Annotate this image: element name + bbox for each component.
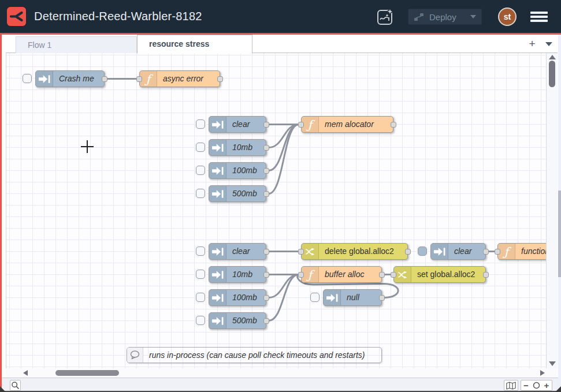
output-port[interactable]: [217, 76, 223, 82]
scroll-left-icon[interactable]: [23, 370, 28, 376]
node-clear-2[interactable]: clear: [209, 243, 266, 260]
output-port[interactable]: [263, 272, 269, 278]
node-null-inject[interactable]: null: [323, 289, 382, 306]
change-shuffle-icon: [302, 244, 319, 259]
output-port[interactable]: [263, 249, 269, 255]
output-port[interactable]: [263, 191, 269, 197]
add-flow-icon[interactable]: +: [525, 36, 540, 52]
node-100mb-1[interactable]: 100mb: [209, 162, 266, 179]
inject-button[interactable]: [196, 293, 205, 302]
zoom-reset-icon[interactable]: [531, 380, 542, 391]
inject-arrow-icon: [209, 163, 226, 178]
node-buffer-alloc[interactable]: ƒbuffer alloc: [301, 266, 382, 283]
inject-arrow-icon: [209, 290, 226, 305]
output-port[interactable]: [102, 76, 107, 82]
output-port[interactable]: [263, 295, 269, 301]
inject-arrow-icon: [209, 244, 226, 259]
inject-button[interactable]: [310, 293, 319, 302]
deploy-caret-icon[interactable]: [470, 15, 476, 18]
inject-button[interactable]: [196, 316, 205, 325]
output-port[interactable]: [263, 145, 269, 151]
flow-tab-bar: Flow 1 resource stress +: [6, 35, 558, 53]
output-port[interactable]: [263, 168, 269, 174]
function-f-icon: ƒ: [498, 244, 515, 259]
avatar[interactable]: st: [498, 8, 517, 26]
canvas-vertical-scrollbar[interactable]: [546, 53, 558, 368]
flow-canvas[interactable]: Crash meƒasync errorclear10mb100mb500mbƒ…: [6, 53, 546, 368]
node-function-1[interactable]: ƒfunction: [497, 243, 546, 260]
scroll-up-icon[interactable]: [549, 55, 556, 59]
wire-100mb-2-to-buffer-alloc[interactable]: [269, 275, 299, 298]
node-500mb-1[interactable]: 500mb: [209, 185, 266, 202]
inject-button[interactable]: [196, 270, 205, 279]
output-port[interactable]: [483, 249, 489, 255]
inject-arrow-icon: [209, 117, 226, 132]
node-label: clear: [454, 244, 471, 259]
inject-button[interactable]: [196, 189, 205, 198]
node-label: 10mb: [232, 140, 252, 155]
output-port[interactable]: [391, 122, 396, 128]
node-500mb-2[interactable]: 500mb: [209, 312, 266, 329]
input-port[interactable]: [136, 76, 142, 82]
node-label: null: [347, 290, 359, 305]
node-delete-global-alloc2[interactable]: delete global.alloc2: [301, 243, 408, 260]
search-icon[interactable]: [10, 380, 21, 391]
output-port[interactable]: [483, 272, 489, 278]
scroll-right-icon[interactable]: [540, 370, 545, 376]
deploy-button[interactable]: Deploy: [408, 9, 482, 25]
zoom-out-icon[interactable]: −: [521, 380, 532, 391]
input-port[interactable]: [298, 249, 304, 255]
node-async-error[interactable]: ƒasync error: [139, 70, 220, 87]
node-label: 500mb: [232, 186, 257, 201]
node-label: clear: [232, 244, 250, 259]
output-port[interactable]: [405, 249, 411, 255]
header-bar: Determined-Reed-Warbler-8182 Deploy st: [0, 0, 561, 33]
inject-arrow-icon: [209, 140, 226, 155]
output-port[interactable]: [263, 122, 269, 128]
inject-arrow-icon: [36, 71, 53, 87]
inject-button[interactable]: [23, 74, 32, 83]
inject-button[interactable]: [196, 143, 205, 152]
output-port[interactable]: [379, 295, 385, 301]
hamburger-menu-icon[interactable]: [530, 12, 548, 22]
node-10mb-1[interactable]: 10mb: [209, 139, 266, 156]
node-100mb-2[interactable]: 100mb: [209, 289, 266, 306]
vertical-scroll-thumb[interactable]: [549, 61, 555, 87]
input-port[interactable]: [391, 272, 396, 278]
inject-button[interactable]: [196, 120, 205, 129]
inject-arrow-icon: [324, 290, 341, 305]
flowfuse-logo[interactable]: [7, 7, 26, 26]
input-port[interactable]: [298, 272, 304, 278]
scroll-down-icon[interactable]: [549, 361, 556, 366]
function-f-icon: ƒ: [302, 267, 319, 282]
node-10mb-2[interactable]: 10mb: [209, 266, 266, 283]
input-port[interactable]: [298, 122, 304, 128]
inject-button[interactable]: [196, 247, 205, 256]
horizontal-scroll-thumb[interactable]: [55, 370, 119, 376]
minimap-icon[interactable]: [504, 380, 518, 391]
node-mem-alocator[interactable]: ƒmem alocator: [301, 116, 393, 133]
browser-scrollbar[interactable]: [558, 35, 561, 392]
output-port[interactable]: [263, 318, 269, 324]
ai-assistant-icon[interactable]: [376, 7, 395, 27]
node-label: Crash me: [59, 71, 94, 87]
browser-scroll-thumb[interactable]: [558, 191, 561, 277]
input-port[interactable]: [495, 249, 500, 255]
zoom-in-icon[interactable]: +: [541, 380, 552, 391]
node-crash-me[interactable]: Crash me: [35, 70, 105, 87]
tab-flow-1[interactable]: Flow 1: [16, 36, 137, 53]
window-corner-right: [555, 386, 561, 392]
node-comment-1[interactable]: runs in-process (can cause poll check ti…: [127, 347, 382, 363]
tab-resource-stress[interactable]: resource stress: [137, 35, 252, 54]
node-label: 10mb: [232, 267, 252, 282]
output-port[interactable]: [379, 272, 385, 278]
node-clear-1[interactable]: clear: [209, 116, 266, 133]
node-set-global-alloc2[interactable]: set global.alloc2: [393, 266, 486, 283]
canvas-horizontal-scrollbar[interactable]: [6, 368, 558, 378]
flow-list-caret-icon[interactable]: [545, 42, 552, 46]
inject-button[interactable]: [418, 247, 427, 256]
inject-button[interactable]: [196, 166, 205, 175]
wire-layer: [6, 53, 546, 368]
node-clear-3[interactable]: clear: [430, 243, 486, 260]
inject-arrow-icon: [209, 313, 226, 328]
